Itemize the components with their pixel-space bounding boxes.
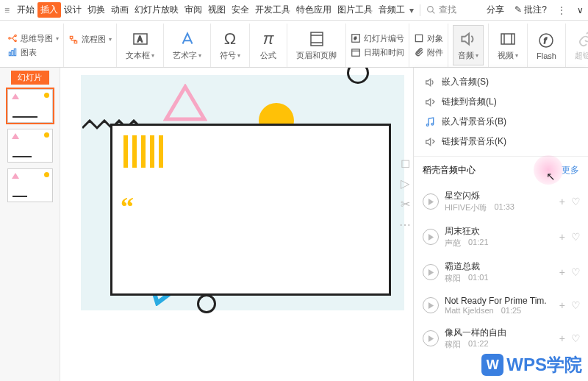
tab-slideshow[interactable]: 幻灯片放映 xyxy=(132,2,182,18)
play-button[interactable] xyxy=(423,193,439,210)
link-audio-item[interactable]: 链接到音频(L) xyxy=(414,92,588,112)
track-row[interactable]: 周末狂欢声葩01:21+♡ xyxy=(414,219,588,254)
symbol-button[interactable]: Ω 符号▾ xyxy=(215,25,245,65)
svg-marker-33 xyxy=(428,234,433,241)
track-row[interactable]: Not Ready For Prime Tim.Matt Kjeldsen01:… xyxy=(414,290,588,321)
svg-marker-32 xyxy=(428,199,433,205)
formula-button[interactable]: π 公式 xyxy=(254,25,282,65)
audio-button[interactable]: 音频▾ xyxy=(453,25,484,65)
svg-marker-34 xyxy=(428,269,433,276)
track-duration: 01:01 xyxy=(468,273,489,284)
track-duration: 01:22 xyxy=(468,339,489,350)
svg-rect-5 xyxy=(9,52,10,56)
datetime-button[interactable]: 日期和时间 xyxy=(351,47,404,58)
speaker-icon xyxy=(424,76,436,88)
track-info: Not Ready For Prime Tim.Matt Kjeldsen01:… xyxy=(445,296,553,315)
textbox-button[interactable]: A 文本框▾ xyxy=(121,25,159,65)
quote-mark-deco: “ xyxy=(121,191,134,222)
track-row[interactable]: 霸道总裁稼阳01:01+♡ xyxy=(414,254,588,290)
favorite-button[interactable]: ♡ xyxy=(571,299,581,311)
share-button[interactable]: 分享 xyxy=(484,2,507,18)
embed-bgm-item[interactable]: 嵌入背景音乐(B) xyxy=(414,112,588,132)
tool-2[interactable]: ▷ xyxy=(398,177,412,190)
add-track-button[interactable]: + xyxy=(559,266,565,278)
annotate-button[interactable]: ✎ 批注? xyxy=(514,4,547,16)
mindmap-button[interactable]: 思维导图▾ xyxy=(7,33,59,44)
collapse-ribbon-button[interactable]: ∨ xyxy=(577,5,584,15)
tab-audiotools[interactable]: 音频工 xyxy=(376,2,408,18)
tab-review[interactable]: 审阅 xyxy=(182,2,205,18)
track-artist: HIFIVE小嗨 xyxy=(445,202,487,213)
tab-view[interactable]: 视图 xyxy=(205,2,229,18)
slide-thumb-2[interactable] xyxy=(7,129,53,163)
slide-thumb-3[interactable] xyxy=(7,168,53,202)
add-track-button[interactable]: + xyxy=(559,332,565,344)
chart-button[interactable]: 图表 xyxy=(7,47,59,58)
track-title: 周末狂欢 xyxy=(445,225,553,238)
tab-featured[interactable]: 特色应用 xyxy=(293,2,334,18)
add-track-button[interactable]: + xyxy=(559,196,565,207)
speaker-link-icon xyxy=(424,96,436,108)
tab-design[interactable]: 设计 xyxy=(61,2,85,18)
tool-4[interactable]: ⋯ xyxy=(398,218,412,231)
tab-transition[interactable]: 切换 xyxy=(85,2,108,18)
tab-start[interactable]: 开始 xyxy=(14,2,37,18)
flowchart-button[interactable]: 流程图▾ xyxy=(68,34,112,45)
add-track-button[interactable]: + xyxy=(559,231,565,243)
play-button[interactable] xyxy=(423,297,439,313)
tab-devtools[interactable]: 开发工具 xyxy=(252,2,293,18)
audio-track-list: 星空闪烁HIFIVE小嗨01:33+♡周末狂欢声葩01:21+♡霸道总裁稼阳01… xyxy=(414,184,588,381)
favorite-button[interactable]: ♡ xyxy=(571,196,581,207)
tool-3[interactable]: ✂ xyxy=(398,197,412,210)
track-duration: 01:33 xyxy=(494,202,514,213)
paperclip-icon xyxy=(414,47,424,57)
tab-picturetools[interactable]: 图片工具 xyxy=(334,2,376,18)
tab-insert[interactable]: 插入 xyxy=(37,2,61,18)
favorite-button[interactable]: ♡ xyxy=(571,231,581,243)
track-row[interactable]: 像风一样的自由稼阳01:22+♡ xyxy=(414,321,588,356)
attachment-button[interactable]: 附件 xyxy=(414,47,443,58)
track-title: 星空闪烁 xyxy=(445,190,553,202)
hyperlink-button[interactable]: 超链接 xyxy=(570,25,588,65)
flash-icon: f xyxy=(537,31,556,50)
object-button[interactable]: 对象 xyxy=(414,33,443,44)
track-info: 霸道总裁稼阳01:01 xyxy=(445,260,553,284)
slide-canvas[interactable]: “ ◻ ▷ ✂ ⋯ xyxy=(60,68,413,381)
outline-circle-deco xyxy=(197,294,216,313)
wordart-button[interactable]: 艺术字▾ xyxy=(168,25,206,65)
link-bgm-item[interactable]: 链接背景音乐(K) xyxy=(414,132,588,152)
menubar: ≡ 开始 插入 设计 切换 动画 幻灯片放映 审阅 视图 安全 开发工具 特色应… xyxy=(0,0,588,21)
svg-point-31 xyxy=(431,123,434,125)
canvas-side-tools: ◻ ▷ ✂ ⋯ xyxy=(398,156,412,231)
favorite-button[interactable]: ♡ xyxy=(571,266,581,278)
tab-animation[interactable]: 动画 xyxy=(108,2,132,18)
svg-marker-28 xyxy=(166,87,204,119)
play-button[interactable] xyxy=(423,330,439,346)
track-row[interactable]: 星空闪烁HIFIVE小嗨01:33+♡ xyxy=(414,184,588,219)
menubar-separator xyxy=(420,4,420,16)
slide-panel: 幻灯片 xyxy=(0,68,60,381)
tab-security[interactable]: 安全 xyxy=(229,2,252,18)
add-track-button[interactable]: + xyxy=(559,299,565,311)
svg-rect-19 xyxy=(415,35,422,41)
flash-button[interactable]: f Flash xyxy=(532,25,561,65)
play-button[interactable] xyxy=(423,264,439,280)
more-menu-button[interactable]: ⋮ xyxy=(554,5,570,15)
favorite-button[interactable]: ♡ xyxy=(571,332,581,344)
svg-point-0 xyxy=(428,7,434,13)
search-box[interactable]: 查找 xyxy=(426,4,456,16)
play-button[interactable] xyxy=(423,229,439,245)
menubar-lead-icon[interactable]: ≡ xyxy=(4,5,10,15)
header-footer-button[interactable]: 页眉和页脚 xyxy=(292,25,341,65)
embed-audio-item[interactable]: 嵌入音频(S) xyxy=(414,72,588,92)
svg-rect-20 xyxy=(501,34,514,44)
track-duration: 01:25 xyxy=(501,306,522,315)
slide-thumb-1[interactable] xyxy=(7,89,53,123)
audio-center-more-link[interactable]: 更多 xyxy=(562,164,579,177)
tool-1[interactable]: ◻ xyxy=(398,156,412,169)
calendar-icon xyxy=(351,47,361,57)
link-icon xyxy=(577,29,588,49)
tabs-overflow-dropdown[interactable]: ▾ xyxy=(409,5,414,15)
video-button[interactable]: 视频▾ xyxy=(493,25,523,65)
slide-number-button[interactable]: #幻灯片编号 xyxy=(351,33,404,44)
